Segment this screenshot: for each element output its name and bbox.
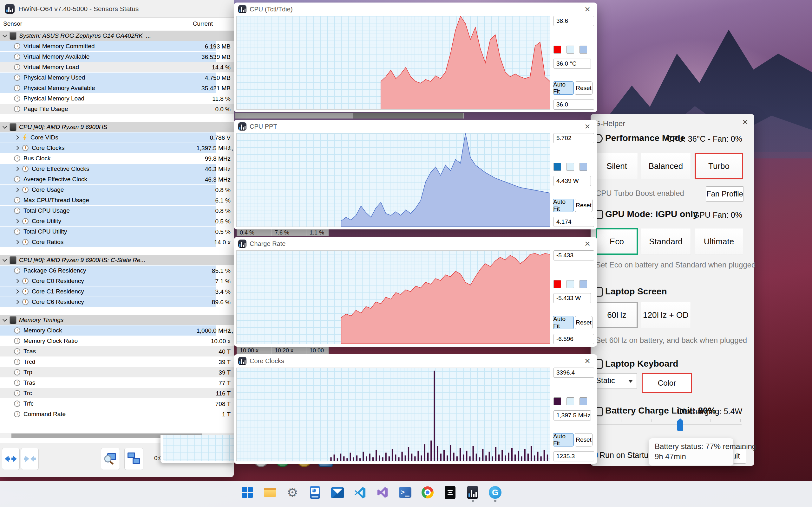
visual-studio-button[interactable] [375, 486, 390, 499]
sensor-row[interactable]: Average Effective Clock 46.3 MHz [0, 174, 234, 185]
chevron-right-icon[interactable] [14, 300, 19, 304]
chevron-right-icon[interactable] [14, 167, 19, 171]
expand-columns-button[interactable] [2, 448, 20, 470]
auto-fit-button[interactable]: Auto Fit [553, 433, 574, 447]
section-row[interactable]: CPU [#0]: AMD Ryzen 9 6900HS [0, 122, 234, 132]
settings-button[interactable]: ⚙ [286, 486, 299, 499]
sensor-row[interactable]: Virtual Memory Committed 6,193 MB [0, 41, 234, 52]
gpu-standard-button[interactable]: Standard [641, 228, 691, 255]
scrollbar-thumb[interactable] [353, 113, 463, 118]
chevron-right-icon[interactable] [14, 279, 19, 283]
column-current[interactable]: Current [193, 20, 213, 27]
close-icon[interactable]: × [582, 238, 593, 249]
sensor-row[interactable]: Virtual Memory Available 36,539 MB [0, 52, 234, 62]
sensor-row[interactable]: Trcd 39 T [0, 357, 234, 367]
sensor-row[interactable]: Core C1 Residency 3.4 % [0, 286, 234, 297]
chevron-down-icon[interactable] [3, 257, 7, 262]
grid-color-swatch[interactable] [579, 46, 587, 54]
graph-titlebar[interactable]: Core Clocks [234, 354, 597, 368]
background-color-swatch[interactable] [566, 397, 574, 405]
chevron-right-icon[interactable] [14, 146, 19, 150]
series-color-swatch[interactable] [554, 397, 561, 405]
background-color-swatch[interactable] [566, 46, 574, 54]
sensor-row[interactable]: Total CPU Utility 0.5 % [0, 227, 234, 237]
sensor-row[interactable]: Memory Clock Ratio 10.00 x [0, 336, 234, 346]
ghelper-taskbar-button[interactable]: G [488, 486, 502, 499]
graph-plot-area[interactable] [236, 133, 550, 227]
graph-titlebar[interactable]: Charge Rate [234, 237, 597, 250]
fan-profile-button[interactable]: Fan Profile [706, 186, 744, 202]
graph-titlebar[interactable]: CPU (Tctl/Tdie) [234, 3, 597, 16]
keyboard-backlight-dropdown[interactable]: Static [592, 373, 637, 389]
sensor-row[interactable]: Core VIDs 0.786 V [0, 132, 234, 143]
close-icon[interactable]: × [582, 121, 593, 132]
sensor-row[interactable]: Physical Memory Used 4,750 MB [0, 72, 234, 83]
perf-turbo-button[interactable]: Turbo [695, 153, 743, 179]
remote-monitoring-button[interactable] [124, 448, 143, 470]
sensor-row[interactable]: Page File Usage 0.0 % [0, 104, 234, 114]
slider-thumb[interactable] [677, 418, 683, 431]
sensor-row[interactable]: Trp 39 T [0, 367, 234, 378]
graph-plot-area[interactable] [236, 250, 550, 344]
chevron-down-icon[interactable] [3, 317, 7, 322]
sensor-row[interactable]: Core Usage 0.8 % [0, 185, 234, 195]
graph-plot-area[interactable] [236, 368, 550, 461]
sensor-row[interactable]: Tcas 40 T [0, 346, 234, 357]
hwinfo-column-header[interactable]: Sensor Current [0, 18, 234, 31]
sensor-row[interactable]: Trc 116 T [0, 388, 234, 399]
perf-balanced-button[interactable]: Balanced [641, 153, 691, 179]
vscode-button[interactable] [353, 486, 367, 499]
series-color-swatch[interactable] [554, 163, 561, 171]
sensor-row[interactable]: Physical Memory Available 35,421 MB [0, 83, 234, 94]
graph-plot-area[interactable] [236, 16, 550, 110]
series-color-swatch[interactable] [554, 280, 561, 288]
file-explorer-button[interactable] [263, 486, 277, 499]
auto-fit-button[interactable]: Auto Fit [553, 81, 574, 95]
reset-button[interactable]: Reset [575, 81, 593, 95]
sensor-row[interactable]: Memory Clock 1,000.0 MHz1, [0, 326, 234, 336]
perf-silent-button[interactable]: Silent [596, 153, 638, 179]
sensor-row[interactable]: Virtual Memory Load 14.4 % [0, 62, 234, 72]
system-monitor-button[interactable] [308, 486, 322, 499]
hidden-window-scrollbar[interactable] [235, 113, 464, 118]
sensor-row[interactable]: Core Ratios 14.0 x [0, 237, 234, 247]
section-row[interactable]: CPU [#0]: AMD Ryzen 9 6900HS: C-State Re… [0, 255, 234, 266]
collapse-columns-button[interactable] [21, 448, 39, 470]
sensor-row[interactable]: Tras 77 T [0, 378, 234, 388]
background-color-swatch[interactable] [566, 280, 574, 288]
chrome-button[interactable] [420, 486, 435, 499]
reset-button[interactable]: Reset [575, 316, 593, 329]
sensor-row[interactable]: Physical Memory Load 11.8 % [0, 94, 234, 104]
sensor-row[interactable]: Bus Clock 99.8 MHz [0, 153, 234, 164]
series-color-swatch[interactable] [554, 46, 561, 54]
sensor-row[interactable]: Core Utility 0.5 % [0, 216, 234, 227]
chevron-down-icon[interactable] [3, 33, 7, 38]
chevron-right-icon[interactable] [14, 219, 19, 223]
start-button[interactable] [241, 486, 254, 499]
section-row[interactable]: System: ASUS ROG Zephyrus G14 GA402RK_..… [0, 31, 234, 41]
close-icon[interactable]: × [742, 117, 748, 127]
chevron-down-icon[interactable] [3, 124, 7, 129]
dark-app-button[interactable] [443, 486, 457, 499]
sensor-row[interactable]: Total CPU Usage 0.8 % [0, 206, 234, 216]
screen-magnifier-button[interactable] [101, 448, 120, 470]
reset-button[interactable]: Reset [575, 199, 593, 212]
chevron-right-icon[interactable] [14, 135, 19, 140]
chevron-right-icon[interactable] [14, 187, 19, 192]
reset-button[interactable]: Reset [575, 433, 593, 447]
close-icon[interactable]: × [582, 4, 593, 14]
powershell-button[interactable]: > [398, 486, 412, 499]
screen-60hz-button[interactable]: 60Hz [596, 302, 638, 328]
sensor-row[interactable]: Core Effective Clocks 46.3 MHz [0, 164, 234, 174]
gpu-eco-button[interactable]: Eco [596, 228, 638, 255]
sensor-row[interactable]: Core C0 Residency 7.1 % [0, 276, 234, 286]
chevron-right-icon[interactable] [14, 289, 19, 294]
chevron-right-icon[interactable] [14, 240, 19, 244]
hwinfo-titlebar[interactable]: HWiNFO64 v7.40-5000 - Sensors Status [0, 0, 234, 18]
grid-color-swatch[interactable] [579, 397, 587, 405]
battery-limit-slider[interactable] [596, 424, 742, 425]
section-row[interactable]: Memory Timings [0, 315, 234, 326]
auto-fit-button[interactable]: Auto Fit [553, 199, 574, 212]
sensor-row[interactable]: Command Rate 1 T [0, 409, 234, 419]
screen-120hz-button[interactable]: 120Hz + OD [641, 302, 691, 328]
